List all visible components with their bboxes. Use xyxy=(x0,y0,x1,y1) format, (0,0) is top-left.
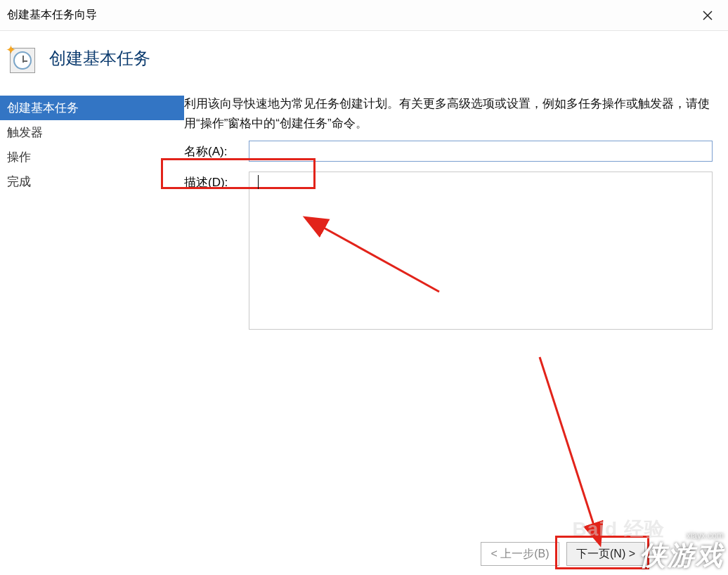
wizard-clock-icon: ✦ xyxy=(7,44,37,73)
titlebar: 创建基本任务向导 xyxy=(0,0,728,31)
wizard-footer: < 上一步(B) 下一页(N) > xyxy=(0,533,728,575)
step-action[interactable]: 操作 xyxy=(0,145,184,169)
description-row: 描述(D): xyxy=(184,172,721,330)
step-finish[interactable]: 完成 xyxy=(0,169,184,194)
window-title: 创建基本任务向导 xyxy=(7,8,97,22)
wizard-header: ✦ 创建基本任务 xyxy=(0,31,728,94)
wizard-content: 利用该向导快速地为常见任务创建计划。有关更多高级选项或设置，例如多任务操作或触发… xyxy=(184,94,728,527)
wizard-title: 创建基本任务 xyxy=(49,47,150,70)
description-textarea[interactable] xyxy=(249,172,713,330)
name-label: 名称(A): xyxy=(184,141,249,160)
close-icon[interactable] xyxy=(697,5,718,26)
wizard-steps-sidebar: 创建基本任务 触发器 操作 完成 xyxy=(0,94,184,527)
step-trigger[interactable]: 触发器 xyxy=(0,120,184,145)
name-row: 名称(A): xyxy=(184,141,721,162)
back-button: < 上一步(B) xyxy=(481,542,559,566)
name-input[interactable] xyxy=(249,141,713,162)
wizard-body: 创建基本任务 触发器 操作 完成 利用该向导快速地为常见任务创建计划。有关更多高… xyxy=(0,94,728,527)
next-button[interactable]: 下一页(N) > xyxy=(566,542,645,566)
step-create-basic-task[interactable]: 创建基本任务 xyxy=(0,96,184,120)
instruction-text: 利用该向导快速地为常见任务创建计划。有关更多高级选项或设置，例如多任务操作或触发… xyxy=(184,94,721,134)
description-label: 描述(D): xyxy=(184,172,249,190)
